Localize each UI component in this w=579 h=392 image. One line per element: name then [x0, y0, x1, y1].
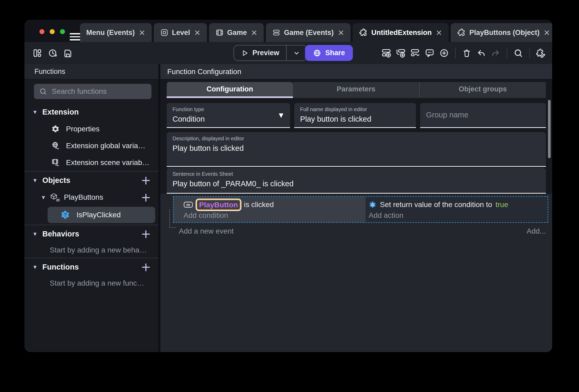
tab-label: PlayButtons (Object)	[469, 29, 540, 37]
close-tab-icon[interactable]: ×	[544, 29, 550, 37]
chevron-down-icon[interactable]: ▾	[33, 108, 42, 116]
chevron-down-icon[interactable]: ▾	[33, 263, 42, 271]
sidebar-section-objects[interactable]: ▾ Objects +	[24, 172, 158, 189]
sidebar-item-extension-global-variables[interactable]: Extension global varia…	[24, 137, 158, 154]
extension-icon	[359, 28, 368, 37]
close-tab-icon[interactable]: ×	[194, 29, 201, 37]
search-placeholder: Search functions	[52, 87, 107, 96]
add-function-to-object-button[interactable]: +	[141, 191, 151, 203]
function-type-select[interactable]: Function type Condition ▼	[167, 103, 290, 128]
edit-extension-icon[interactable]	[536, 48, 546, 58]
event-row[interactable]: OK PlayButton is clicked Add condition	[173, 196, 548, 223]
add-behavior-button[interactable]: +	[141, 228, 151, 240]
close-tab-icon[interactable]: ×	[436, 29, 442, 37]
tab-configuration[interactable]: Configuration	[167, 82, 293, 98]
tab-untitled-extension[interactable]: UntitledExtension ×	[353, 23, 449, 42]
add-object-button[interactable]: +	[141, 174, 151, 186]
add-subevent-icon[interactable]	[396, 48, 406, 58]
project-manager-icon[interactable]	[32, 48, 42, 58]
share-button[interactable]: Share	[305, 45, 353, 61]
condition-line[interactable]: OK PlayButton is clicked	[184, 199, 365, 210]
search-icon[interactable]	[513, 48, 523, 58]
add-more-button[interactable]: Add...	[527, 227, 546, 235]
chevron-down-icon[interactable]: ▾	[33, 230, 42, 238]
close-tab-icon[interactable]: ×	[251, 29, 257, 37]
tab-parameters[interactable]: Parameters	[293, 82, 419, 98]
action-text: Set return value of the condition to	[380, 200, 492, 209]
conditions-column[interactable]: OK PlayButton is clicked Add condition	[174, 197, 365, 222]
chevron-down-icon[interactable]: ▾	[33, 177, 42, 184]
full-name-field[interactable]: Full name displayed in editor Play butto…	[294, 103, 416, 128]
dropdown-arrow-icon[interactable]: ▼	[279, 112, 283, 118]
search-functions-input[interactable]: Search functions	[34, 84, 151, 99]
search-icon	[39, 87, 47, 95]
preview-button-main[interactable]: Preview	[234, 45, 286, 60]
close-window-button[interactable]	[39, 29, 44, 34]
tab-playbuttons-object[interactable]: PlayButtons (Object) ×	[451, 23, 552, 42]
tab-game-events[interactable]: Game (Events) ×	[266, 23, 351, 42]
add-condition-button[interactable]: Add condition	[184, 211, 365, 220]
tab-object-groups[interactable]: Object groups	[419, 82, 546, 98]
function-label: IsPlayClicked	[77, 211, 121, 219]
minimize-window-button[interactable]	[50, 29, 55, 34]
add-action-button[interactable]: Add action	[369, 211, 548, 220]
field-label: Sentence in Events Sheet	[172, 171, 540, 177]
add-new-event-button[interactable]: Add a new event	[179, 227, 234, 235]
sidebar-section-functions[interactable]: ▾ Functions +	[24, 258, 158, 276]
scene-variables-icon	[51, 158, 60, 167]
configuration-tabs: Configuration Parameters Object groups	[167, 82, 546, 98]
actions-column[interactable]: Set return value of the condition to tru…	[365, 197, 548, 222]
behaviors-empty-hint: Start by adding a new beha…	[24, 243, 158, 258]
undo-icon[interactable]	[476, 48, 486, 58]
tab-game[interactable]: Game ×	[209, 23, 264, 42]
add-comment-icon[interactable]	[425, 48, 435, 58]
chevron-down-icon	[293, 50, 300, 56]
window-controls	[39, 29, 65, 34]
preview-button[interactable]: Preview	[233, 45, 307, 61]
preview-dropdown-button[interactable]	[287, 45, 307, 60]
sidebar-section-extension[interactable]: ▾ Extension	[24, 103, 158, 121]
events-sheet-icon	[272, 28, 281, 37]
group-name-field[interactable]: Group name	[420, 103, 546, 128]
sidebar-item-isplayclicked[interactable]: ? IsPlayClicked	[48, 207, 155, 223]
action-line[interactable]: Set return value of the condition to tru…	[369, 199, 548, 210]
condition-object-chip[interactable]: PlayButton	[196, 199, 241, 210]
delete-icon[interactable]	[462, 48, 472, 58]
return-value-gear-icon	[369, 201, 377, 209]
chevron-down-icon[interactable]: ▾	[42, 194, 50, 201]
film-icon	[215, 28, 224, 37]
sentence-field[interactable]: Sentence in Events Sheet Play button of …	[167, 168, 546, 194]
close-tab-icon[interactable]: ×	[139, 29, 145, 37]
field-label: Description, displayed in editor	[172, 136, 540, 142]
window-body: Functions Search functions ▾ Extension	[24, 64, 552, 352]
add-event-icon[interactable]	[381, 48, 391, 58]
add-free-function-button[interactable]: +	[141, 261, 151, 273]
action-value: true	[495, 200, 508, 209]
svg-text:OK: OK	[186, 203, 190, 207]
tab-level[interactable]: Level ×	[154, 23, 207, 42]
scrollbar-thumb[interactable]	[548, 100, 551, 158]
toolbar: Preview Share	[24, 42, 552, 64]
sidebar-content: Search functions ▾ Extension Properties	[24, 80, 158, 352]
toolbar-divider	[455, 47, 456, 59]
close-tab-icon[interactable]: ×	[338, 29, 344, 37]
main-menu-icon[interactable]	[70, 33, 80, 40]
app-window: Menu (Events) × Level × Game ×	[24, 20, 552, 352]
sidebar-title: Functions	[24, 64, 158, 80]
sidebar-item-playbuttons[interactable]: ▾ 2D PlayButtons +	[24, 189, 158, 206]
tab-menu-events[interactable]: Menu (Events) ×	[80, 23, 152, 42]
add-other-event-icon[interactable]	[410, 48, 420, 58]
sidebar-section-behaviors[interactable]: ▾ Behaviors +	[24, 225, 158, 243]
sidebar-item-extension-scene-variables[interactable]: Extension scene variab…	[24, 154, 158, 171]
history-icon[interactable]	[48, 48, 58, 58]
screen: Menu (Events) × Level × Game ×	[0, 0, 579, 392]
redo-icon[interactable]	[491, 48, 501, 58]
description-field[interactable]: Description, displayed in editor Play bu…	[167, 132, 546, 167]
field-placeholder: Group name	[426, 111, 468, 119]
sidebar-item-properties[interactable]: Properties	[24, 121, 158, 137]
zoom-window-button[interactable]	[60, 29, 65, 34]
save-icon[interactable]	[63, 48, 73, 58]
circle-plus-icon[interactable]	[439, 48, 449, 58]
gear-icon	[51, 125, 60, 133]
svg-text:2D: 2D	[56, 198, 60, 202]
